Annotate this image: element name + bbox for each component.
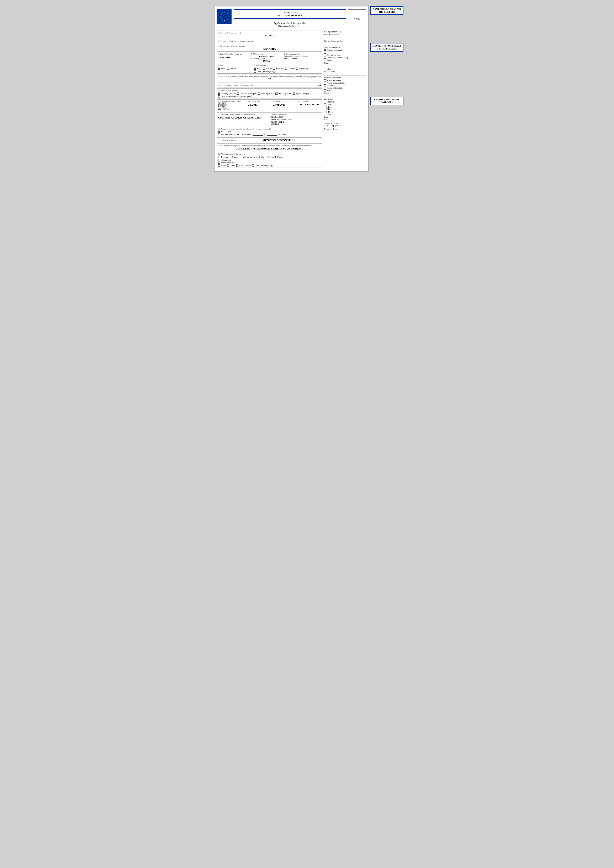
visa-issued-cb[interactable] — [324, 103, 326, 106]
entries-multiple-cb[interactable] — [333, 125, 335, 127]
doc-number-note3: NUMBER — [218, 106, 246, 108]
purpose-sports-cb[interactable] — [275, 156, 278, 158]
marital-married: Married — [263, 67, 272, 70]
svg-text:★: ★ — [223, 11, 225, 13]
spacer1 — [370, 16, 403, 41]
sex-options: Male Female — [218, 67, 252, 70]
employer-label: * 20. Employer and employer's address an… — [218, 144, 321, 147]
callout-annotations: NAME SHOULD BE AS PER THE PASSPORT MENTI… — [370, 6, 403, 105]
td-service-cb[interactable] — [258, 93, 260, 95]
header-area: ★ ★ ★ ★ ★ ★ ★ ★ ★ ★ ★ ★ AFFIX THE — [217, 9, 366, 28]
photograph-instruction: AFFIX THE PHOTOGRAPH AS PER — [234, 9, 346, 19]
purpose-tourism-cb[interactable] — [218, 156, 220, 158]
handled-field — [324, 73, 366, 76]
marital-married-label: Married — [265, 67, 272, 70]
supp-travel-cb[interactable] — [324, 79, 326, 81]
purpose-cultural-cb[interactable] — [265, 156, 267, 158]
marital-separated-cb[interactable] — [273, 68, 275, 70]
marital-widow-cb[interactable] — [296, 68, 298, 70]
lodged-cac-cb[interactable] — [324, 51, 326, 54]
svg-text:★: ★ — [223, 19, 225, 21]
page-wrapper: ★ ★ ★ ★ ★ ★ ★ ★ ★ ★ ★ ★ AFFIX THE — [211, 6, 404, 172]
photo-box: PHOTO — [348, 9, 366, 28]
issued-ltv-cb[interactable] — [327, 111, 329, 113]
purpose-study-cb[interactable] — [218, 165, 220, 166]
purpose-tourism-label: Tourism — [221, 156, 228, 158]
supp-transport-cb[interactable] — [324, 87, 326, 89]
lodged-service-cb[interactable] — [324, 54, 326, 56]
name-label-row: Name: — [324, 62, 366, 67]
purpose-family-cb[interactable] — [240, 156, 242, 158]
marital-single-cb[interactable] — [254, 68, 256, 70]
marital-married-cb[interactable] — [263, 68, 265, 70]
supp-subsistence-cb[interactable] — [324, 82, 326, 84]
lodged-border-label: Border — [327, 59, 333, 61]
entries-2-label: 2 — [332, 125, 333, 127]
supp-travel-label: Travel document — [327, 79, 341, 81]
sex-female-checkbox[interactable] — [227, 68, 229, 70]
purpose-other-cb[interactable] — [252, 165, 254, 166]
purpose-transit: Transit — [227, 164, 235, 166]
purpose-official-cb[interactable] — [218, 159, 220, 161]
valid-until-value: 23/01/2029 — [273, 103, 296, 106]
visa-number-label: Visa application number: — [324, 40, 366, 42]
entries-1-cb[interactable] — [324, 125, 326, 127]
purpose-transit-label: Transit — [229, 164, 235, 166]
purpose-row3: Study Transit Airport transit Other — [218, 164, 321, 167]
td-official: Official passport — [275, 92, 292, 95]
marital-separated-label: Separated — [276, 67, 284, 70]
purpose-business-cb[interactable] — [229, 156, 231, 158]
residence-yes-cb[interactable] — [218, 133, 220, 135]
app-title: Application for Schengen Visa — [234, 22, 346, 25]
valid-cb[interactable] — [324, 114, 326, 116]
purpose-airport-cb[interactable] — [236, 165, 239, 166]
visa-refused-cb[interactable] — [324, 101, 326, 103]
issued-a-cb[interactable] — [327, 106, 329, 108]
lodged-embassy-cb[interactable] — [324, 49, 326, 51]
issued-c-cb[interactable] — [327, 108, 329, 110]
date-field — [324, 36, 366, 39]
marital-other-cb[interactable] — [254, 70, 256, 73]
sex-male-checkbox[interactable] — [218, 68, 220, 70]
field-row-4567: 4. Date of birth (day-month-year) 23/06/… — [217, 52, 323, 63]
entries-2-cb[interactable] — [329, 125, 331, 127]
field-nationality: 7. Current nationality Nationality at bi… — [283, 53, 322, 63]
field-19-inner: * 19. Current occupation MENTION DESIGNA… — [218, 138, 321, 142]
lodged-border-cb[interactable] — [324, 59, 326, 61]
purpose-medical-cb[interactable] — [218, 161, 220, 164]
nationality-label: 7. Current nationality — [284, 53, 321, 55]
marital-divorced-cb[interactable] — [285, 68, 287, 70]
supp-invitation-label: Invitation — [327, 84, 335, 87]
td-diplomatic-cb[interactable] — [237, 93, 239, 95]
supp-transport: Means of transport — [324, 87, 366, 89]
purpose-transit-cb[interactable] — [227, 165, 229, 166]
lodged-cac-label: CAC — [327, 51, 331, 54]
other-cb[interactable] — [324, 68, 326, 70]
supp-invitation-cb[interactable] — [324, 84, 326, 87]
place-birth-value: BANGALORE — [251, 55, 282, 57]
residence-yes-label: Yes. Residence permit or equivalent — [221, 133, 251, 135]
left-column: 1. Surname (Family name) (x) KUMAR 2. Su… — [217, 31, 323, 168]
home-address-value: CURRENT ADDRESS OF APPLICANT — [218, 116, 268, 120]
td-diplomatic-label: Diplomatic passport — [240, 92, 257, 95]
residence-no-cb[interactable] — [218, 131, 220, 133]
marital-other-label: Other (please specify) — [257, 70, 275, 73]
td-special-label: Special passport — [296, 92, 310, 95]
supp-tmi-cb[interactable] — [324, 89, 326, 92]
purpose-sports: Sports — [275, 156, 284, 158]
main-document: ★ ★ ★ ★ ★ ★ ★ ★ ★ ★ ★ ★ AFFIX THE — [214, 6, 369, 172]
td-ordinary-cb[interactable] — [218, 93, 220, 95]
td-official-cb[interactable] — [275, 93, 278, 95]
from-field — [329, 116, 345, 118]
telephone-alt-value: 919880102142 — [271, 121, 321, 123]
svg-text:★: ★ — [226, 12, 228, 14]
td-official-label: Official passport — [278, 92, 292, 95]
td-other-cb[interactable] — [218, 95, 220, 98]
days-label: Number of days: — [324, 128, 366, 130]
supp-transport-label: Means of transport — [327, 87, 343, 89]
purpose-business: Business — [229, 156, 239, 158]
lodged-commercial-cb[interactable] — [324, 57, 326, 59]
lodged-commercial-label: Commercial intermediary — [327, 56, 348, 59]
td-special-cb[interactable] — [293, 93, 295, 95]
occupation-value: MENTION DESIGNATION — [237, 138, 321, 142]
